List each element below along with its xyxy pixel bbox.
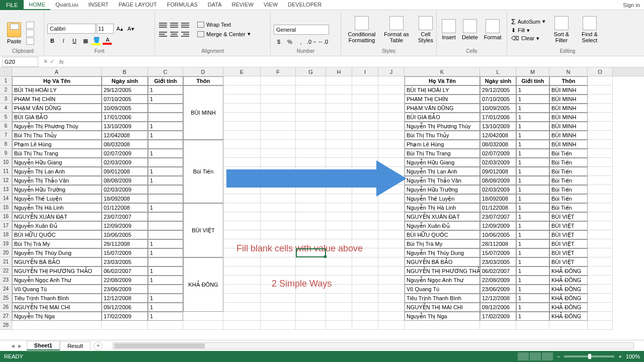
cell[interactable] xyxy=(352,266,378,276)
cell[interactable]: Ngày sinh xyxy=(102,76,148,85)
comma-icon[interactable]: , xyxy=(296,37,306,47)
cell[interactable]: Giới tính xyxy=(148,76,183,85)
cell[interactable] xyxy=(12,321,102,330)
cell[interactable] xyxy=(326,131,352,140)
merged-cell[interactable]: BÙI VIỆT xyxy=(183,203,223,257)
cell[interactable]: 22/08/2009 xyxy=(480,276,516,285)
cell[interactable] xyxy=(261,212,296,221)
cell[interactable] xyxy=(261,257,296,266)
cell[interactable] xyxy=(148,194,183,203)
cell[interactable] xyxy=(148,221,183,230)
cell[interactable] xyxy=(378,321,405,330)
row-header-3[interactable]: 3 xyxy=(0,95,12,104)
cell[interactable] xyxy=(326,221,352,230)
cell[interactable] xyxy=(378,76,405,85)
clear-button[interactable]: ⌫Clear ▾ xyxy=(510,35,546,42)
cell[interactable]: 1 xyxy=(516,285,549,294)
cell[interactable]: Bùi Thị Trà My xyxy=(12,239,102,248)
cell[interactable] xyxy=(588,131,613,140)
cell[interactable] xyxy=(261,140,296,149)
cell[interactable] xyxy=(326,230,352,239)
cell[interactable] xyxy=(588,185,613,194)
cell[interactable]: 1 xyxy=(148,176,183,185)
cell[interactable] xyxy=(261,104,296,113)
cell[interactable] xyxy=(223,122,261,131)
cell[interactable]: 08/032008 xyxy=(102,140,148,149)
merge-center-button[interactable]: Merge & Center ▾ xyxy=(195,30,253,38)
cell[interactable] xyxy=(296,303,326,312)
cell[interactable] xyxy=(261,312,296,321)
cell[interactable] xyxy=(102,321,148,330)
cell[interactable] xyxy=(223,203,261,212)
cell[interactable]: 1 xyxy=(516,276,549,285)
col-header-M[interactable]: M xyxy=(516,67,549,76)
cell[interactable]: Nguyễn Hữu Trường xyxy=(12,185,102,194)
cell[interactable]: Bùi Thị Thu Thủy xyxy=(12,131,102,140)
cell[interactable] xyxy=(588,85,613,95)
cell[interactable] xyxy=(261,266,296,276)
cell[interactable]: Bùi Tiến xyxy=(549,158,588,167)
cell[interactable] xyxy=(326,76,352,85)
cell[interactable]: 1 xyxy=(516,230,549,239)
cell[interactable]: 1 xyxy=(516,122,549,131)
row-header-8[interactable]: 8 xyxy=(0,140,12,149)
increase-decimal-icon[interactable]: .0→ xyxy=(307,37,317,47)
cell[interactable] xyxy=(296,221,326,230)
cell[interactable]: 12/042008 xyxy=(480,131,516,140)
cell[interactable]: 1 xyxy=(516,176,549,185)
sheet-nav[interactable]: ◄ ► xyxy=(10,343,23,349)
tab-home[interactable]: HOME xyxy=(24,0,50,10)
cell[interactable] xyxy=(378,248,405,257)
cell[interactable] xyxy=(588,276,613,285)
cell[interactable] xyxy=(261,76,296,85)
cell[interactable]: Nguyễn Hữu Giang xyxy=(405,158,480,167)
cell[interactable] xyxy=(588,95,613,104)
cell[interactable]: Họ Và Tên xyxy=(12,76,102,85)
col-header-G[interactable]: G xyxy=(296,67,326,76)
cell[interactable]: 23/06/2009 xyxy=(102,285,148,294)
cell[interactable]: KHẢ ĐÔNG xyxy=(549,294,588,303)
cell[interactable] xyxy=(296,76,326,85)
cell[interactable]: PHẠM VĂN DŨNG xyxy=(405,104,480,113)
cell[interactable]: 18/092008 xyxy=(480,194,516,203)
row-header-25[interactable]: 25 xyxy=(0,294,12,303)
tab-data[interactable]: DATA xyxy=(203,0,227,10)
cell[interactable] xyxy=(261,149,296,158)
cell[interactable] xyxy=(261,122,296,131)
cell[interactable]: Phạm Lê Hùng xyxy=(405,140,480,149)
cell[interactable]: Ngày sinh xyxy=(480,76,516,85)
cell[interactable]: 1 xyxy=(148,122,183,131)
row-headers[interactable]: 1234567891011121314151617181920212223242… xyxy=(0,76,12,330)
cell[interactable]: 28/112008 xyxy=(102,239,148,248)
decrease-font-icon[interactable]: A▾ xyxy=(126,24,136,34)
cell[interactable]: NGUYỄN BÁ BẢO xyxy=(405,257,480,266)
merged-cell[interactable]: KHẢ ĐÔNG xyxy=(183,257,223,312)
align-left-icon[interactable] xyxy=(158,30,168,38)
cell[interactable] xyxy=(148,321,183,330)
cell[interactable]: 09/012008 xyxy=(102,167,148,176)
font-size-select[interactable] xyxy=(97,24,114,34)
cell[interactable]: NGUYỄN BÁ BẢO xyxy=(12,257,102,266)
cell[interactable]: BÙI MINH xyxy=(549,140,588,149)
align-center-icon[interactable] xyxy=(169,30,179,38)
row-header-26[interactable]: 26 xyxy=(0,303,12,312)
cell[interactable] xyxy=(352,294,378,303)
cell[interactable]: Bùi Thị Thu Trang xyxy=(405,149,480,158)
col-header-C[interactable]: C xyxy=(148,67,183,76)
cell[interactable]: 08/032008 xyxy=(480,140,516,149)
cell[interactable]: 29/12/2005 xyxy=(102,85,148,95)
select-all-corner[interactable] xyxy=(0,67,12,76)
cell[interactable]: 1 xyxy=(516,131,549,140)
cell[interactable] xyxy=(549,321,588,330)
cell[interactable]: 1 xyxy=(148,149,183,158)
cell[interactable]: KHẢ ĐÔNG xyxy=(549,276,588,285)
cell[interactable]: 18/092008 xyxy=(102,194,148,203)
cell-styles-button[interactable]: Cell Styles xyxy=(414,15,438,44)
col-header-A[interactable]: A xyxy=(12,67,102,76)
autosum-button[interactable]: ΣAutoSum ▾ xyxy=(510,17,546,26)
cell[interactable]: 09/012008 xyxy=(480,167,516,176)
decrease-decimal-icon[interactable]: ←.0 xyxy=(318,37,328,47)
cell[interactable]: Nguyễn Thị Thùy Dung xyxy=(12,248,102,257)
cell[interactable]: 15/07/2009 xyxy=(102,248,148,257)
cell[interactable] xyxy=(588,239,613,248)
